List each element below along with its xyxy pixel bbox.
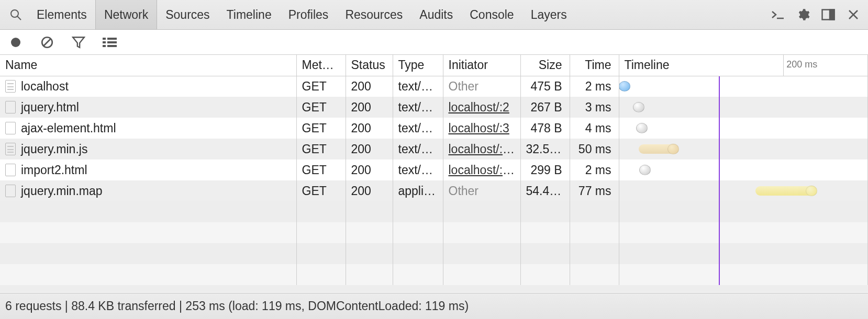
dom-content-loaded-line bbox=[719, 118, 720, 139]
search-icon[interactable] bbox=[3, 2, 28, 27]
cell-timeline bbox=[619, 97, 868, 118]
cell-size: 475 B bbox=[520, 76, 570, 97]
tab-elements[interactable]: Elements bbox=[28, 0, 95, 29]
col-method[interactable]: Method bbox=[296, 55, 346, 76]
tab-sources[interactable]: Sources bbox=[157, 0, 218, 29]
dom-content-loaded-line bbox=[719, 76, 720, 97]
cell-status: 200 bbox=[346, 180, 393, 201]
timing-dot bbox=[633, 102, 644, 112]
cell-initiator[interactable]: localhost/:3 bbox=[443, 118, 520, 139]
svg-marker-10 bbox=[73, 37, 84, 48]
file-name: import2.html bbox=[21, 163, 87, 177]
cell-type: appli… bbox=[393, 180, 443, 201]
svg-rect-15 bbox=[103, 45, 106, 47]
cell-time: 3 ms bbox=[570, 97, 619, 118]
cell-size: 54.4 KB bbox=[520, 180, 570, 201]
tab-profiles[interactable]: Profiles bbox=[280, 0, 337, 29]
tab-audits[interactable]: Audits bbox=[411, 0, 461, 29]
dock-side-icon[interactable] bbox=[817, 2, 840, 27]
cell-name[interactable]: import2.html bbox=[0, 160, 296, 180]
svg-point-0 bbox=[11, 10, 18, 17]
cell-name[interactable]: localhost bbox=[0, 76, 296, 97]
table-row[interactable]: jquery.min.mapGET200appli…Other54.4 KB77… bbox=[0, 180, 868, 201]
dom-content-loaded-line bbox=[719, 222, 720, 243]
file-icon bbox=[5, 143, 16, 155]
cell-status: 200 bbox=[346, 97, 393, 118]
table-row[interactable]: jquery.min.jsGET200text/…localhost/:1432… bbox=[0, 139, 868, 160]
status-bar: 6 requests | 88.4 KB transferred | 253 m… bbox=[0, 293, 868, 319]
cell-name[interactable]: jquery.min.js bbox=[0, 139, 296, 160]
svg-rect-12 bbox=[107, 38, 117, 40]
cell-timeline bbox=[619, 180, 868, 201]
cell-method: GET bbox=[296, 76, 346, 97]
cell-method: GET bbox=[296, 160, 346, 180]
tab-resources[interactable]: Resources bbox=[337, 0, 411, 29]
file-name: ajax-element.html bbox=[21, 121, 116, 135]
cell-status: 200 bbox=[346, 76, 393, 97]
col-time[interactable]: Time bbox=[570, 55, 619, 76]
console-drawer-icon[interactable] bbox=[766, 2, 789, 27]
file-name: jquery.min.js bbox=[21, 142, 87, 156]
dom-content-loaded-line bbox=[719, 180, 720, 201]
table-row[interactable]: ajax-element.htmlGET200text/…localhost/:… bbox=[0, 118, 868, 139]
cell-method: GET bbox=[296, 97, 346, 118]
cell-time: 2 ms bbox=[570, 160, 619, 180]
tab-console[interactable]: Console bbox=[461, 0, 522, 29]
timing-bar bbox=[639, 144, 678, 154]
col-status[interactable]: Status bbox=[346, 55, 393, 76]
cell-name[interactable]: jquery.min.map bbox=[0, 180, 296, 201]
col-initiator[interactable]: Initiator bbox=[443, 55, 520, 76]
record-icon[interactable] bbox=[6, 33, 25, 52]
dom-content-loaded-line bbox=[719, 243, 720, 264]
cell-status: 200 bbox=[346, 139, 393, 160]
table-row[interactable]: import2.htmlGET200text/…localhost/:14299… bbox=[0, 160, 868, 180]
cell-size: 32.5 KB bbox=[520, 139, 570, 160]
tab-layers[interactable]: Layers bbox=[522, 0, 575, 29]
file-icon bbox=[5, 101, 16, 113]
col-name[interactable]: Name bbox=[0, 55, 296, 76]
cell-initiator[interactable]: localhost/:2 bbox=[443, 97, 520, 118]
file-name: jquery.min.map bbox=[21, 184, 103, 198]
timing-dot bbox=[639, 165, 651, 175]
status-text: 6 requests | 88.4 KB transferred | 253 m… bbox=[5, 299, 469, 313]
cell-type: text/… bbox=[393, 97, 443, 118]
cell-method: GET bbox=[296, 139, 346, 160]
close-icon[interactable] bbox=[842, 2, 865, 27]
tab-timeline[interactable]: Timeline bbox=[218, 0, 280, 29]
table-row[interactable]: localhostGET200text/…Other475 B2 ms bbox=[0, 76, 868, 97]
cell-initiator: Other bbox=[443, 180, 520, 201]
network-table: Name Method Status Type Initiator Size T… bbox=[0, 55, 868, 292]
svg-rect-4 bbox=[830, 10, 834, 20]
cell-initiator[interactable]: localhost/:14 bbox=[443, 160, 520, 180]
network-toolbar bbox=[0, 30, 868, 55]
timing-dot bbox=[636, 123, 648, 133]
svg-rect-16 bbox=[107, 45, 117, 47]
cell-type: text/… bbox=[393, 76, 443, 97]
dom-content-loaded-line bbox=[719, 264, 720, 285]
file-icon bbox=[5, 80, 16, 93]
devtools-tabbar: ElementsNetworkSourcesTimelineProfilesRe… bbox=[0, 0, 868, 30]
tab-network[interactable]: Network bbox=[95, 0, 157, 29]
table-row[interactable]: jquery.htmlGET200text/…localhost/:2267 B… bbox=[0, 97, 868, 118]
cell-type: text/… bbox=[393, 139, 443, 160]
timeline-label: Timeline bbox=[625, 58, 670, 72]
col-timeline[interactable]: Timeline 200 ms bbox=[619, 55, 868, 76]
filter-icon[interactable] bbox=[69, 33, 88, 52]
file-icon bbox=[5, 122, 16, 134]
clear-icon[interactable] bbox=[38, 33, 57, 52]
file-icon bbox=[5, 185, 16, 197]
cell-name[interactable]: ajax-element.html bbox=[0, 118, 296, 139]
settings-gear-icon[interactable] bbox=[792, 2, 815, 27]
cell-time: 2 ms bbox=[570, 76, 619, 97]
cell-status: 200 bbox=[346, 160, 393, 180]
table-header-row: Name Method Status Type Initiator Size T… bbox=[0, 55, 868, 76]
dom-content-loaded-line bbox=[719, 97, 720, 118]
cell-initiator[interactable]: localhost/:14 bbox=[443, 139, 520, 160]
cell-timeline bbox=[619, 76, 868, 97]
col-size[interactable]: Size bbox=[520, 55, 570, 76]
cell-initiator: Other bbox=[443, 76, 520, 97]
file-icon bbox=[5, 164, 16, 176]
overview-icon[interactable] bbox=[101, 33, 119, 52]
cell-name[interactable]: jquery.html bbox=[0, 97, 296, 118]
col-type[interactable]: Type bbox=[393, 55, 443, 76]
